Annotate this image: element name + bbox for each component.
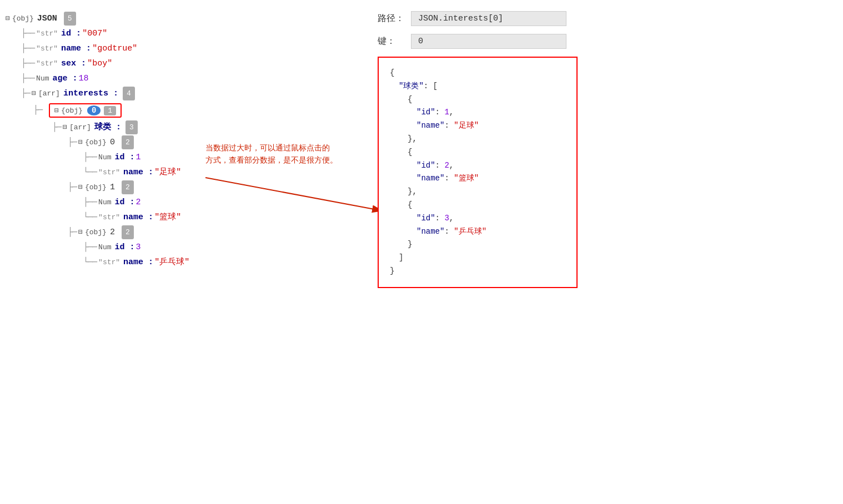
tree-ppq-obj[interactable]: ├─ ⊟ {obj} 2 2 bbox=[6, 225, 355, 240]
lanqiu-id-key: id : bbox=[115, 195, 135, 210]
prefix-zuqiu-id: ├── bbox=[83, 150, 97, 165]
zuqiu-id-key: id : bbox=[115, 150, 135, 165]
tree-lanqiu-obj[interactable]: ├─ ⊟ {obj} 1 2 bbox=[6, 180, 355, 195]
lanqiu-name-type: "str" bbox=[98, 211, 120, 224]
prefix-sex: ├── bbox=[21, 56, 34, 71]
tree-name-row: ├── "str" name : "godtrue" bbox=[6, 41, 355, 56]
jp-line-close-brace: } bbox=[390, 265, 565, 278]
expand-icon-lanqiu[interactable]: ⊟ bbox=[78, 181, 83, 194]
jp-line-name2: "name": "篮球" bbox=[390, 172, 565, 185]
right-panel: 路径： JSON.interests[0] 键： 0 { "球类": [ { "… bbox=[361, 0, 843, 504]
path-row: 路径： JSON.interests[0] bbox=[378, 11, 826, 26]
jp-line-arr-close: ] bbox=[390, 251, 565, 265]
ppq-name-type: "str" bbox=[98, 256, 120, 269]
root-count-badge: 5 bbox=[64, 12, 76, 26]
expand-icon-ppq[interactable]: ⊟ bbox=[78, 226, 83, 239]
ppq-id-val: 3 bbox=[136, 240, 141, 255]
jp-line-qiulei-key: "球类": [ bbox=[390, 80, 565, 93]
id-type: "str" bbox=[36, 27, 58, 40]
qiulei-key: 球类 : bbox=[94, 120, 121, 135]
tree-age-row: ├── Num age : 18 bbox=[6, 71, 355, 86]
zuqiu-id-val: 1 bbox=[136, 150, 141, 165]
jp-line-item2-close: }, bbox=[390, 185, 565, 199]
zuqiu-name-key: name : bbox=[123, 165, 153, 180]
sex-type: "str" bbox=[36, 57, 58, 70]
zuqiu-name-type: "str" bbox=[98, 166, 120, 179]
lanqiu-name-val: "篮球" bbox=[154, 210, 181, 225]
prefix-ppq: ├─ bbox=[68, 225, 77, 240]
zuqiu-name-val: "足球" bbox=[154, 165, 181, 180]
ppq-name-val: "乒乓球" bbox=[154, 255, 189, 270]
annotation-text: 当数据过大时，可以通过鼠标点击的方式，查看部分数据，是不是很方便。 bbox=[205, 142, 367, 167]
zuqiu-index: 0 bbox=[110, 135, 115, 150]
interests-items-row: ├─ ⊟ {obj} 0 1 bbox=[6, 103, 355, 118]
prefix-interests-item: ├─ bbox=[33, 105, 42, 115]
root-type: {obj} bbox=[12, 12, 34, 25]
zuqiu-count: 2 bbox=[122, 135, 134, 149]
lanqiu-obj-type: {obj} bbox=[85, 181, 107, 194]
tree-root[interactable]: ⊟ {obj} JSON 5 bbox=[6, 11, 355, 26]
tree-interests-row[interactable]: ├─ ⊟ [arr] interests : 4 bbox=[6, 86, 355, 101]
prefix-ppq-name: └── bbox=[83, 255, 97, 270]
tree-sex-row: ├── "str" sex : "boy" bbox=[6, 56, 355, 71]
sex-value: "boy" bbox=[87, 56, 112, 71]
prefix-qiulei: ├─ bbox=[52, 120, 61, 135]
prefix-id: ├── bbox=[21, 26, 34, 41]
interests-count: 4 bbox=[123, 87, 135, 100]
json-tree-panel: ⊟ {obj} JSON 5 ├── "str" id : "007" ├── … bbox=[0, 0, 361, 504]
root-key-name: JSON bbox=[37, 11, 57, 26]
prefix-lanqiu-name: └── bbox=[83, 210, 97, 225]
zuqiu-id-type: Num bbox=[98, 151, 111, 164]
lanqiu-name-key: name : bbox=[123, 210, 153, 225]
expand-icon-interests[interactable]: ⊟ bbox=[32, 87, 36, 100]
zuqiu-obj-type: {obj} bbox=[85, 136, 107, 149]
key-value: 0 bbox=[411, 34, 566, 49]
expand-icon-zuqiu[interactable]: ⊟ bbox=[78, 136, 83, 149]
id-key: id : bbox=[61, 26, 81, 41]
interests-key: interests : bbox=[63, 86, 118, 101]
ppq-id-type: Num bbox=[98, 241, 111, 254]
name-type: "str" bbox=[36, 42, 58, 55]
jp-line-id3: "id": 3, bbox=[390, 212, 565, 225]
expand-icon-qiulei[interactable]: ⊟ bbox=[63, 121, 67, 134]
tree-lanqiu-id: ├── Num id : 2 bbox=[6, 195, 355, 210]
id-value: "007" bbox=[82, 26, 107, 41]
prefix-lanqiu-id: ├── bbox=[83, 195, 97, 210]
tree-qiulei-row[interactable]: ├─ ⊟ [arr] 球类 : 3 bbox=[6, 120, 355, 135]
index-badge-0[interactable]: 0 bbox=[87, 105, 101, 115]
jp-line-item3-close: } bbox=[390, 238, 565, 251]
prefix-ppq-id: ├── bbox=[83, 240, 97, 255]
expand-icon-obj0[interactable]: ⊟ bbox=[54, 106, 59, 115]
jp-line-item1-close: }, bbox=[390, 133, 565, 146]
ppq-id-key: id : bbox=[115, 240, 135, 255]
qiulei-type: [arr] bbox=[69, 121, 91, 134]
expand-icon-root[interactable]: ⊟ bbox=[6, 12, 10, 25]
jp-line-item2-open: { bbox=[390, 146, 565, 159]
jp-line-id2: "id": 2, bbox=[390, 159, 565, 173]
prefix-interests: ├─ bbox=[21, 86, 30, 101]
tree-id-row: ├── "str" id : "007" bbox=[6, 26, 355, 41]
prefix-zuqiu: ├─ bbox=[68, 135, 77, 150]
lanqiu-count: 2 bbox=[122, 180, 134, 194]
path-label: 路径： bbox=[378, 13, 411, 24]
qiulei-count: 3 bbox=[126, 120, 138, 134]
ppq-obj-type: {obj} bbox=[85, 226, 107, 239]
name-key: name : bbox=[61, 41, 91, 56]
interests-item-box[interactable]: ⊟ {obj} 0 1 bbox=[49, 103, 122, 118]
ppq-index: 2 bbox=[110, 225, 115, 240]
lanqiu-id-val: 2 bbox=[136, 195, 141, 210]
tree-zuqiu-name: └── "str" name : "足球" bbox=[6, 165, 355, 180]
jp-line-name1: "name": "足球" bbox=[390, 119, 565, 133]
index-badge-1[interactable]: 1 bbox=[104, 106, 116, 115]
obj-type-0: {obj} bbox=[61, 107, 83, 115]
json-preview-box: { "球类": [ { "id": 1, "name": "足球" }, { "… bbox=[378, 57, 578, 288]
key-label: 键： bbox=[378, 36, 411, 47]
jp-line-item3-open: { bbox=[390, 199, 565, 212]
tree-lanqiu-name: └── "str" name : "篮球" bbox=[6, 210, 355, 225]
name-value: "godtrue" bbox=[92, 41, 137, 56]
ppq-name-key: name : bbox=[123, 255, 153, 270]
tree-ppq-id: ├── Num id : 3 bbox=[6, 240, 355, 255]
path-value: JSON.interests[0] bbox=[411, 11, 566, 26]
prefix-age: ├── bbox=[21, 71, 34, 86]
jp-line-name3: "name": "乒乓球" bbox=[390, 225, 565, 239]
